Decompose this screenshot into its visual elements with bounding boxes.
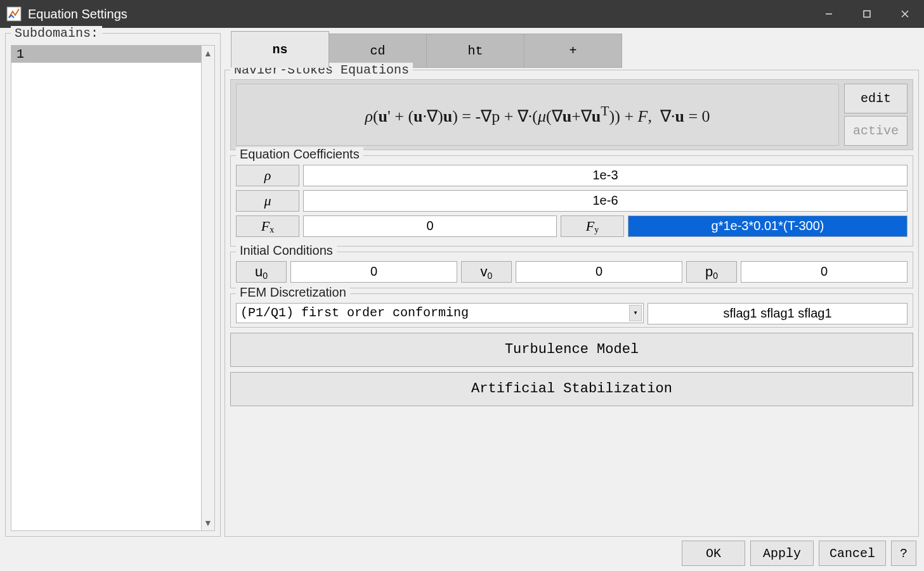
window-controls <box>810 0 924 28</box>
footer-buttons: OK Apply Cancel ? <box>5 537 919 566</box>
u0-input[interactable] <box>290 261 457 283</box>
fem-select-value: (P1/Q1) first order conforming <box>240 305 469 320</box>
turbulence-model-button[interactable]: Turbulence Model <box>230 333 913 367</box>
tab-ns[interactable]: ns <box>231 31 329 68</box>
chevron-down-icon: ▾ <box>629 305 642 321</box>
fy-label: Fy <box>561 215 624 237</box>
equation-settings-window: Equation Settings Subdomains: 1 <box>0 0 924 571</box>
main-row: Subdomains: 1 ▲ ▼ ns cd ht + <box>5 33 919 537</box>
artificial-stabilization-button[interactable]: Artificial Stabilization <box>230 372 913 406</box>
active-toggle-button[interactable]: active <box>844 116 908 146</box>
v0-label: v0 <box>461 261 512 283</box>
equation-side-buttons: edit active <box>844 84 908 146</box>
equation-display: ρ(u' + (u·∇)u) = -∇p + ∇·(μ(∇u+∇uT)) + F… <box>236 84 839 146</box>
apply-button[interactable]: Apply <box>750 541 814 566</box>
fx-label: Fx <box>236 215 299 237</box>
equation-group: Navier-Stokes Equations ρ(u' + (u·∇)u) =… <box>224 70 919 537</box>
fem-select[interactable]: (P1/Q1) first order conforming ▾ <box>236 303 644 323</box>
subdomains-list[interactable]: 1 <box>11 45 201 531</box>
u0-label: u0 <box>236 261 287 283</box>
maximize-button[interactable] <box>848 0 886 28</box>
subdomains-list-wrap: 1 ▲ ▼ <box>11 45 215 531</box>
client-area: Subdomains: 1 ▲ ▼ ns cd ht + <box>0 28 924 571</box>
matlab-icon <box>6 6 22 22</box>
p0-input[interactable] <box>741 261 908 283</box>
close-button[interactable] <box>886 0 924 28</box>
coefficients-legend: Equation Coefficients <box>236 147 363 162</box>
right-column: ns cd ht + Navier-Stokes Equations ρ(u' … <box>224 33 919 537</box>
initial-conditions-legend: Initial Conditions <box>236 243 337 258</box>
equation-panel: ρ(u' + (u·∇)u) = -∇p + ∇·(μ(∇u+∇uT)) + F… <box>230 79 913 150</box>
cancel-button[interactable]: Cancel <box>819 541 886 566</box>
sflag-input[interactable] <box>647 303 908 324</box>
help-button[interactable]: ? <box>891 541 916 566</box>
mu-input[interactable] <box>303 190 908 212</box>
fem-legend: FEM Discretization <box>236 285 350 300</box>
window-title: Equation Settings <box>28 7 127 22</box>
tab-ht[interactable]: ht <box>426 34 524 68</box>
v0-input[interactable] <box>516 261 682 283</box>
p0-label: p0 <box>686 261 737 283</box>
fy-input[interactable] <box>628 215 908 237</box>
coefficients-group: Equation Coefficients ρ μ <box>230 155 913 247</box>
initial-conditions-group: Initial Conditions u0 v0 <box>230 252 913 288</box>
mu-label: μ <box>236 190 299 212</box>
minimize-button[interactable] <box>810 0 848 28</box>
scrollbar[interactable]: ▲ ▼ <box>201 45 215 531</box>
scroll-down-icon[interactable]: ▼ <box>204 518 212 528</box>
fem-group: FEM Discretization (P1/Q1) first order c… <box>230 293 913 328</box>
edit-equation-button[interactable]: edit <box>844 84 908 113</box>
ok-button[interactable]: OK <box>682 541 745 566</box>
subdomains-legend: Subdomains: <box>11 26 102 41</box>
tab-add[interactable]: + <box>524 34 622 68</box>
subdomain-item[interactable]: 1 <box>11 46 201 63</box>
rho-label: ρ <box>236 165 299 186</box>
rho-input[interactable] <box>303 165 908 186</box>
fx-input[interactable] <box>303 215 557 237</box>
titlebar: Equation Settings <box>0 0 924 28</box>
svg-rect-2 <box>864 11 870 17</box>
scroll-up-icon[interactable]: ▲ <box>204 48 212 58</box>
subdomains-group: Subdomains: 1 ▲ ▼ <box>5 33 221 537</box>
